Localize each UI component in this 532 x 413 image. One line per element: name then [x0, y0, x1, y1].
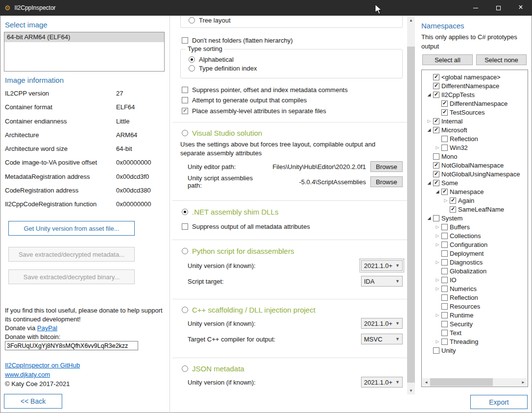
tree-item-diagnostics[interactable]: ▷Diagnostics: [422, 258, 527, 267]
compilable-output-checkbox[interactable]: [182, 97, 188, 103]
alphabetical-option[interactable]: Alphabetical: [189, 56, 234, 63]
expander-expanded-icon[interactable]: ◢: [425, 180, 433, 185]
tree-item-again[interactable]: ▷Again: [422, 196, 527, 205]
tree-item-configuration[interactable]: ▷Configuration: [422, 240, 527, 249]
namespace-checkbox[interactable]: [441, 109, 448, 116]
namespace-checkbox[interactable]: [433, 118, 439, 124]
tree-layout-option[interactable]: Tree layout: [189, 17, 231, 24]
expander-collapsed-icon[interactable]: ▷: [434, 242, 441, 247]
cpp-compiler-select[interactable]: MSVC ▼: [361, 334, 403, 344]
expander-expanded-icon[interactable]: ◢: [425, 216, 433, 220]
namespace-checkbox[interactable]: [441, 268, 448, 274]
suppress-metadata-attributes-option[interactable]: Suppress output of all metadata attribut…: [182, 222, 310, 231]
scroll-right-button[interactable]: ►: [519, 378, 527, 386]
tree-item-internal[interactable]: ▷Internal: [422, 117, 527, 125]
close-button[interactable]: ×: [509, 0, 532, 16]
namespace-checkbox[interactable]: [441, 250, 448, 257]
namespace-checkbox[interactable]: [433, 74, 439, 80]
tree-item-il2cpptests[interactable]: ◢Il2CppTests: [422, 90, 527, 99]
namespace-checkbox[interactable]: [441, 321, 448, 327]
namespace-checkbox[interactable]: [433, 162, 439, 169]
tree-layout-radio[interactable]: [189, 17, 195, 24]
scroll-thumb[interactable]: [430, 378, 493, 386]
visual-studio-solution-radio[interactable]: [182, 130, 188, 136]
script-assemblies-path-field[interactable]: -5.0.4\ScriptAssemblies: [259, 178, 366, 186]
tree-item-differentnamespace[interactable]: DifferentNamespace: [422, 99, 527, 108]
get-unity-version-button[interactable]: Get Unity version from asset file...: [8, 221, 135, 236]
expander-collapsed-icon[interactable]: ▷: [434, 313, 441, 317]
type-definition-index-radio[interactable]: [189, 65, 195, 72]
tree-item-differentnamespace[interactable]: DifferentNamespace: [422, 81, 527, 90]
tree-item-unity[interactable]: Unity: [422, 346, 527, 355]
select-all-button[interactable]: Select all: [422, 54, 473, 65]
expander-collapsed-icon[interactable]: ▷: [425, 119, 433, 123]
visual-studio-solution-option[interactable]: Visual Studio solution: [182, 128, 262, 138]
namespace-checkbox[interactable]: [433, 83, 439, 89]
tree-item-sameleafname[interactable]: SameLeafName: [422, 205, 527, 214]
tree-item-security[interactable]: Security: [422, 319, 527, 328]
expander-collapsed-icon[interactable]: ▷: [434, 145, 441, 150]
namespace-checkbox[interactable]: [441, 330, 448, 336]
browse-editor-path-button[interactable]: Browse: [370, 161, 403, 172]
back-button[interactable]: << Back: [4, 394, 62, 409]
namespace-checkbox[interactable]: [441, 286, 448, 292]
json-metadata-radio[interactable]: [182, 365, 188, 372]
image-list-item[interactable]: 64-bit ARM64 (ELF64): [4, 32, 164, 42]
python-script-radio[interactable]: [182, 248, 188, 254]
tree-item-threading[interactable]: ▷Threading: [422, 337, 527, 346]
expander-collapsed-icon[interactable]: ▷: [434, 260, 441, 265]
tree-item-notglobalusingnamespace[interactable]: NotGlobalUsingNamespace: [422, 170, 527, 178]
cpp-scaffolding-radio[interactable]: [182, 307, 188, 313]
script-target-select[interactable]: IDA ▼: [361, 276, 403, 287]
tree-item-globalization[interactable]: Globalization: [422, 267, 527, 275]
python-unity-version-select[interactable]: 2021.1.0+ ▼: [361, 260, 403, 271]
tree-item-collections[interactable]: ▷Collections: [422, 231, 527, 240]
expander-collapsed-icon[interactable]: ▷: [434, 233, 441, 238]
namespace-checkbox[interactable]: [441, 242, 448, 248]
suppress-metadata-comments-option[interactable]: Suppress pointer, offset and index metad…: [182, 85, 348, 94]
tree-item-some[interactable]: ◢Some: [422, 178, 527, 187]
expander-collapsed-icon[interactable]: ▷: [434, 339, 441, 344]
scroll-down-button[interactable]: ▼: [407, 387, 415, 394]
namespace-checkbox[interactable]: [450, 206, 456, 213]
image-listbox[interactable]: 64-bit ARM64 (ELF64): [4, 32, 165, 72]
export-button[interactable]: Export: [470, 395, 528, 409]
scroll-thumb[interactable]: [407, 47, 415, 383]
shim-dlls-radio[interactable]: [182, 209, 188, 215]
flatten-hierarchy-option[interactable]: Don't nest folders (flatten hierarchy): [182, 36, 293, 45]
browse-assemblies-path-button[interactable]: Browse: [370, 176, 403, 187]
paypal-link[interactable]: PayPal: [37, 324, 57, 332]
tree-item-io[interactable]: ▷IO: [422, 275, 527, 284]
tree-item-reflection[interactable]: Reflection: [422, 134, 527, 143]
json-unity-version-select[interactable]: 2021.1.0+ ▼: [361, 377, 403, 388]
namespace-checkbox[interactable]: [441, 339, 448, 345]
namespace-checkbox[interactable]: [433, 153, 439, 160]
github-link[interactable]: Il2CppInspector on GitHub: [5, 362, 80, 369]
expander-collapsed-icon[interactable]: ▷: [434, 277, 441, 282]
namespace-checkbox[interactable]: [441, 136, 448, 142]
expander-expanded-icon[interactable]: ◢: [425, 92, 433, 97]
options-scrollbar[interactable]: ▲ ▼: [407, 16, 415, 394]
namespace-checkbox[interactable]: [441, 312, 448, 318]
website-link[interactable]: www.djkaty.com: [5, 371, 50, 378]
tree-item-testsources[interactable]: TestSources: [422, 108, 527, 117]
cpp-unity-version-select[interactable]: 2021.1.0+ ▼: [361, 318, 403, 329]
namespace-checkbox[interactable]: [433, 215, 439, 221]
tree-item-microsoft[interactable]: ◢Microsoft: [422, 125, 527, 134]
expander-collapsed-icon[interactable]: ▷: [442, 198, 450, 203]
maximize-button[interactable]: [487, 0, 509, 16]
tree-item-global-namespace[interactable]: <global namespace>: [422, 73, 527, 81]
select-none-button[interactable]: Select none: [476, 54, 527, 65]
tree-item-mono[interactable]: Mono: [422, 152, 527, 161]
tree-item-resources[interactable]: Resources: [422, 302, 527, 311]
tree-item-notglobalnamespace[interactable]: NotGlobalNamespace: [422, 161, 527, 170]
python-script-option[interactable]: Python script for disassemblers: [182, 246, 294, 256]
cpp-scaffolding-option[interactable]: C++ scaffolding / DLL injection project: [182, 305, 315, 315]
expander-collapsed-icon[interactable]: ▷: [434, 224, 441, 229]
flatten-hierarchy-checkbox[interactable]: [182, 37, 188, 44]
tree-item-win32[interactable]: ▷Win32: [422, 143, 527, 152]
namespace-checkbox[interactable]: [433, 180, 439, 186]
namespace-checkbox[interactable]: [433, 171, 439, 177]
namespace-checkbox[interactable]: [441, 233, 448, 239]
tree-item-buffers[interactable]: ▷Buffers: [422, 222, 527, 231]
